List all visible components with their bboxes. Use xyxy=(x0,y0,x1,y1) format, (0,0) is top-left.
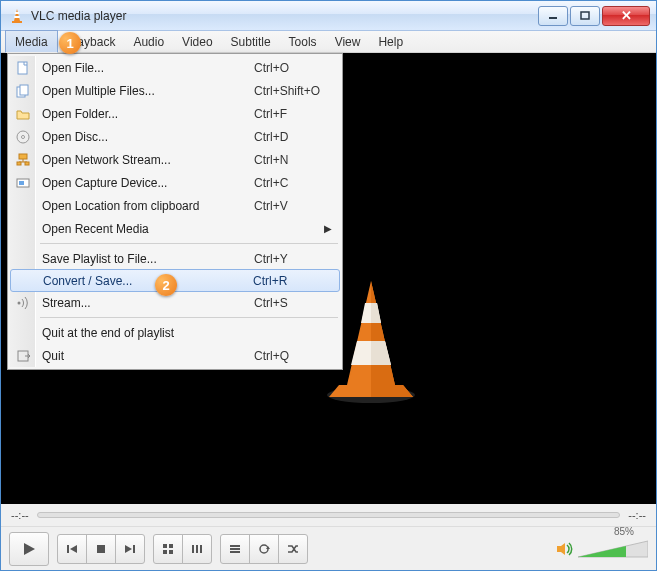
menuitem-open-recent[interactable]: Open Recent Media ▶ xyxy=(10,217,340,240)
menuitem-open-capture[interactable]: Open Capture Device... Ctrl+C xyxy=(10,171,340,194)
folder-icon xyxy=(15,106,31,122)
menuitem-open-clipboard[interactable]: Open Location from clipboard Ctrl+V xyxy=(10,194,340,217)
svg-rect-5 xyxy=(581,12,589,19)
svg-marker-10 xyxy=(371,303,381,323)
menuitem-label: Save Playlist to File... xyxy=(42,252,254,266)
svg-rect-31 xyxy=(67,545,69,553)
svg-marker-8 xyxy=(371,281,395,385)
menu-label: Subtitle xyxy=(231,35,271,49)
menuitem-shortcut: Ctrl+D xyxy=(254,130,340,144)
svg-rect-33 xyxy=(97,545,105,553)
svg-rect-36 xyxy=(163,544,167,548)
menuitem-shortcut: Ctrl+N xyxy=(254,153,340,167)
menuitem-stream[interactable]: Stream... Ctrl+S xyxy=(10,291,340,314)
file-icon xyxy=(15,60,31,76)
menuitem-save-playlist[interactable]: Save Playlist to File... Ctrl+Y xyxy=(10,247,340,270)
window-buttons: ✕ xyxy=(538,6,650,26)
minimize-button[interactable] xyxy=(538,6,568,26)
window-title: VLC media player xyxy=(31,9,538,23)
extended-settings-button[interactable] xyxy=(182,534,212,564)
volume-control: 85% xyxy=(556,539,648,559)
menuitem-open-network[interactable]: Open Network Stream... Ctrl+N xyxy=(10,148,340,171)
previous-button[interactable] xyxy=(57,534,87,564)
menuitem-shortcut: Ctrl+F xyxy=(254,107,340,121)
svg-rect-38 xyxy=(163,550,167,554)
vlc-cone-icon xyxy=(9,8,25,24)
media-dropdown: Open File... Ctrl+O Open Multiple Files.… xyxy=(7,53,343,370)
maximize-button[interactable] xyxy=(570,6,600,26)
menuitem-label: Open Network Stream... xyxy=(42,153,254,167)
svg-rect-23 xyxy=(17,162,21,165)
next-button[interactable] xyxy=(115,534,145,564)
menuitem-shortcut: Ctrl+Shift+O xyxy=(254,84,340,98)
menuitem-label: Open Location from clipboard xyxy=(42,199,254,213)
menuitem-label: Convert / Save... xyxy=(43,274,253,288)
menu-tools[interactable]: Tools xyxy=(280,31,326,52)
menu-audio[interactable]: Audio xyxy=(124,31,173,52)
menuitem-quit-end-playlist[interactable]: Quit at the end of playlist xyxy=(10,321,340,344)
shuffle-button[interactable] xyxy=(278,534,308,564)
menu-label: View xyxy=(335,35,361,49)
submenu-arrow-icon: ▶ xyxy=(324,223,332,234)
menu-view[interactable]: View xyxy=(326,31,370,52)
menu-separator xyxy=(40,317,338,318)
speaker-icon[interactable] xyxy=(556,540,574,558)
svg-marker-0 xyxy=(14,9,20,21)
menuitem-open-multiple[interactable]: Open Multiple Files... Ctrl+Shift+O xyxy=(10,79,340,102)
menuitem-label: Open Capture Device... xyxy=(42,176,254,190)
menuitem-open-folder[interactable]: Open Folder... Ctrl+F xyxy=(10,102,340,125)
menuitem-label: Open Folder... xyxy=(42,107,254,121)
quit-icon xyxy=(15,348,31,364)
close-button[interactable]: ✕ xyxy=(602,6,650,26)
network-icon xyxy=(15,152,31,168)
menu-help[interactable]: Help xyxy=(369,31,412,52)
svg-rect-42 xyxy=(200,545,202,553)
menuitem-label: Open Recent Media xyxy=(42,222,340,236)
time-current: --:-- xyxy=(11,509,29,521)
svg-point-27 xyxy=(18,301,21,304)
svg-rect-2 xyxy=(14,16,19,18)
menu-label: Video xyxy=(182,35,212,49)
svg-point-19 xyxy=(22,135,25,138)
menuitem-quit[interactable]: Quit Ctrl+Q xyxy=(10,344,340,367)
play-button[interactable] xyxy=(9,532,49,566)
transport-group xyxy=(57,534,145,564)
menuitem-label: Open File... xyxy=(42,61,254,75)
menu-subtitle[interactable]: Subtitle xyxy=(222,31,280,52)
svg-rect-3 xyxy=(12,21,22,23)
svg-marker-30 xyxy=(24,543,35,555)
menuitem-open-file[interactable]: Open File... Ctrl+O xyxy=(10,56,340,79)
menuitem-open-disc[interactable]: Open Disc... Ctrl+D xyxy=(10,125,340,148)
playlist-button[interactable] xyxy=(220,534,250,564)
stop-button[interactable] xyxy=(86,534,116,564)
fullscreen-button[interactable] xyxy=(153,534,183,564)
svg-rect-35 xyxy=(133,545,135,553)
menu-label: Audio xyxy=(133,35,164,49)
titlebar: VLC media player ✕ xyxy=(1,1,656,31)
controlbar: 85% xyxy=(1,526,656,570)
capture-icon xyxy=(15,175,31,191)
menuitem-shortcut: Ctrl+C xyxy=(254,176,340,190)
menu-label: Media xyxy=(15,35,48,49)
seek-track[interactable] xyxy=(37,512,621,518)
svg-rect-15 xyxy=(18,62,27,74)
volume-slider[interactable] xyxy=(578,539,648,559)
menuitem-shortcut: Ctrl+Y xyxy=(254,252,340,266)
svg-marker-14 xyxy=(371,385,413,397)
files-icon xyxy=(15,83,31,99)
svg-rect-39 xyxy=(169,550,173,554)
menuitem-label: Open Multiple Files... xyxy=(42,84,254,98)
svg-rect-17 xyxy=(20,85,28,95)
annotation-badge-1: 1 xyxy=(59,32,81,54)
menu-label: Tools xyxy=(289,35,317,49)
menu-video[interactable]: Video xyxy=(173,31,221,52)
view-group xyxy=(153,534,212,564)
disc-icon xyxy=(15,129,31,145)
seekbar: --:-- --:-- xyxy=(1,504,656,526)
menuitem-shortcut: Ctrl+V xyxy=(254,199,340,213)
svg-marker-12 xyxy=(371,341,391,365)
menu-media[interactable]: Media xyxy=(5,30,58,53)
svg-rect-37 xyxy=(169,544,173,548)
menuitem-shortcut: Ctrl+Q xyxy=(254,349,340,363)
loop-button[interactable] xyxy=(249,534,279,564)
